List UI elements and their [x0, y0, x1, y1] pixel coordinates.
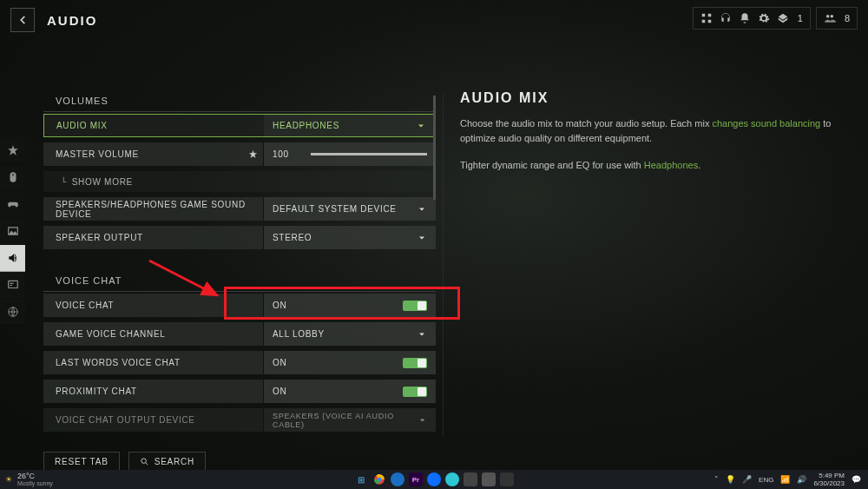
label: LAST WORDS VOICE CHAT: [56, 358, 181, 367]
app-generic-3[interactable]: [464, 472, 477, 486]
app-edge[interactable]: [391, 472, 404, 486]
svg-rect-6: [8, 281, 17, 287]
party-icon: [824, 12, 836, 24]
bell-icon: [739, 12, 751, 24]
settings-list: VOLUMES AUDIO MIX HEADPHONES MASTER VOLU…: [43, 90, 436, 437]
last-words-toggle[interactable]: [403, 358, 427, 368]
value: ON: [273, 358, 286, 367]
app-premiere[interactable]: Pr: [409, 472, 423, 486]
start-icon[interactable]: ⊞: [354, 472, 368, 486]
label: GAME VOICE CHANNEL: [56, 329, 166, 339]
info-link-2[interactable]: Headphones: [644, 160, 698, 170]
rail-interface[interactable]: [0, 272, 25, 299]
windows-taskbar[interactable]: ☀ 26°C Mostly sunny ⊞ Pr ˄ 💡 🎤 ENG 📶 🔊 5…: [0, 470, 868, 489]
label: SPEAKERS/HEADPHONES GAME SOUND DEVICE: [56, 200, 263, 219]
weather-temp: 26°C: [17, 472, 53, 480]
svg-point-10: [141, 459, 147, 464]
row-audio-mix[interactable]: AUDIO MIX HEADPHONES: [43, 114, 436, 137]
column-divider: [443, 94, 444, 437]
info-p2: Tighter dynamic range and EQ for use wit…: [460, 158, 833, 173]
chevron-down-icon: [417, 204, 427, 215]
value: DEFAULT SYSTEM DEVICE: [273, 204, 397, 214]
row-last-words[interactable]: LAST WORDS VOICE CHAT ON: [43, 351, 436, 374]
info-panel: AUDIO MIX Choose the audio mix to match …: [460, 90, 833, 185]
tray-lang[interactable]: ENG: [759, 476, 773, 484]
party-count: 8: [845, 13, 850, 23]
star-icon: [248, 149, 258, 159]
page-title: AUDIO: [47, 13, 97, 28]
scrollbar[interactable]: [433, 96, 436, 200]
row-proximity[interactable]: PROXIMITY CHAT ON: [43, 380, 436, 403]
weather-icon: ☀: [5, 475, 12, 484]
value: ON: [273, 387, 286, 396]
app-generic-1[interactable]: [427, 472, 441, 486]
tray-wifi-icon[interactable]: 📶: [780, 475, 790, 484]
tree-icon: └: [61, 177, 67, 187]
taskbar-weather[interactable]: ☀ 26°C Mostly sunny: [0, 472, 53, 486]
tray-icon-2[interactable]: 🎤: [742, 475, 752, 484]
tray-chevron-icon[interactable]: ˄: [714, 475, 719, 484]
info-title: AUDIO MIX: [460, 90, 833, 106]
taskbar-apps: ⊞ Pr: [354, 472, 514, 486]
chevron-down-icon: [417, 233, 427, 243]
show-more-button[interactable]: └ SHOW MORE: [43, 171, 436, 192]
section-header-voice: VOICE CHAT: [43, 270, 436, 292]
info-link-1[interactable]: changes sound balancing: [712, 118, 820, 129]
proximity-toggle[interactable]: [403, 387, 427, 397]
app-chrome[interactable]: [372, 472, 386, 486]
grid-icon: [700, 12, 713, 24]
svg-rect-2: [702, 20, 706, 23]
row-master-volume[interactable]: MASTER VOLUME 100: [43, 142, 436, 166]
tray-notifications-icon[interactable]: 💬: [852, 475, 861, 484]
row-game-voice-channel[interactable]: GAME VOICE CHANNEL ALL LOBBY: [43, 322, 436, 346]
label: AUDIO MIX: [56, 121, 108, 130]
row-voice-chat[interactable]: VOICE CHAT ON: [43, 294, 436, 317]
row-sound-device[interactable]: SPEAKERS/HEADPHONES GAME SOUND DEVICE DE…: [43, 197, 436, 221]
rank-icon: [777, 12, 789, 24]
svg-rect-3: [708, 20, 712, 23]
label: MASTER VOLUME: [56, 149, 139, 159]
reset-tab-button[interactable]: RESET TAB: [43, 452, 120, 472]
tray-time[interactable]: 5:49 PM: [813, 472, 845, 479]
section-header-volumes: VOLUMES: [43, 90, 436, 112]
rail-audio[interactable]: [0, 245, 25, 272]
label: PROXIMITY CHAT: [56, 387, 137, 396]
svg-rect-1: [708, 14, 712, 17]
value: HEADPHONES: [273, 121, 339, 130]
search-button[interactable]: SEARCH: [128, 452, 206, 472]
rail-network[interactable]: [0, 299, 25, 326]
chevron-left-icon: [16, 14, 29, 26]
master-volume-slider[interactable]: 100: [273, 149, 427, 159]
party-group[interactable]: 8: [816, 7, 858, 30]
value: ON: [273, 301, 286, 310]
gear-icon: [758, 12, 770, 24]
svg-rect-7: [10, 283, 13, 284]
headset-icon: [720, 12, 732, 24]
svg-rect-0: [702, 14, 706, 17]
app-generic-5[interactable]: [500, 472, 514, 486]
rail-mouse[interactable]: [0, 164, 25, 191]
svg-point-5: [830, 15, 833, 18]
rail-graphics[interactable]: [0, 218, 25, 245]
tray-icon-1[interactable]: 💡: [726, 475, 735, 484]
value: ALL LOBBY: [273, 329, 325, 339]
svg-point-4: [826, 15, 830, 18]
rail-controller[interactable]: [0, 191, 25, 218]
top-status-group[interactable]: 1: [693, 7, 811, 30]
chevron-down-icon: [417, 329, 427, 340]
app-generic-2[interactable]: [445, 472, 459, 486]
settings-category-rail: [0, 137, 25, 326]
rail-favorites[interactable]: [0, 137, 25, 164]
chevron-down-icon: [416, 121, 426, 131]
voice-chat-toggle[interactable]: [403, 301, 427, 311]
tray-date[interactable]: 6/30/2023: [813, 479, 845, 487]
chevron-down-icon: [418, 415, 427, 426]
row-speaker-output[interactable]: SPEAKER OUTPUT STEREO: [43, 226, 436, 249]
row-voice-output-device[interactable]: VOICE CHAT OUTPUT DEVICE SPEAKERS (VOICE…: [43, 408, 436, 432]
label: VOICE CHAT OUTPUT DEVICE: [56, 415, 195, 425]
app-generic-4[interactable]: [482, 472, 496, 486]
tray-volume-icon[interactable]: 🔊: [797, 475, 806, 484]
back-button[interactable]: [10, 8, 35, 32]
label: SPEAKER OUTPUT: [56, 233, 143, 242]
svg-rect-8: [10, 285, 11, 286]
